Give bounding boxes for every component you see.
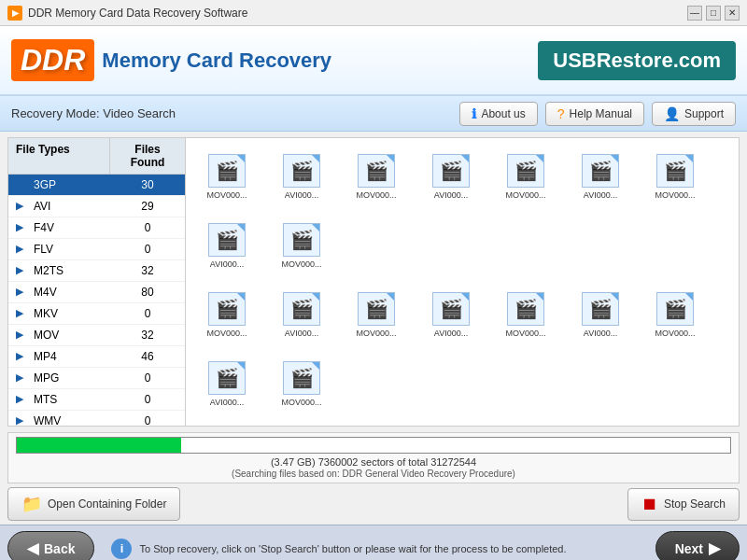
file-type-name: WMV [34,414,61,426]
about-us-label: About us [481,107,525,120]
video-file-icon: 🎬 [290,160,314,182]
video-file-icon: 🎬 [290,367,314,389]
file-item[interactable]: 🎬 AVI000... [564,419,637,426]
info-icon: ℹ [472,106,476,121]
file-type-row[interactable]: ▶ MKV 0 [8,303,185,325]
file-type-name: MP4 [34,350,57,363]
logo-text: Memory Card Recovery [102,49,331,73]
file-thumbnail: 🎬 [208,223,246,257]
stop-icon: ⏹ [641,495,658,514]
video-file-icon: 🎬 [290,298,314,320]
file-type-row[interactable]: ▶ M4V 80 [8,282,185,303]
minimize-button[interactable]: — [687,6,702,21]
file-types-header: File Types Files Found [8,138,185,175]
file-thumbnail: 🎬 [582,292,619,326]
file-thumbnail: 🎬 [208,292,246,326]
file-item[interactable]: 🎬 MOV000... [265,350,338,417]
file-item[interactable]: 🎬 MOV000... [489,281,562,348]
file-item[interactable]: 🎬 AVI000... [564,143,637,210]
file-grid-panel[interactable]: 🎬 MOV000... 🎬 AVI000... 🎬 MOV000... 🎬 AV… [186,138,739,426]
brand-url[interactable]: USBRestore.com [538,41,736,80]
file-type-row[interactable]: ▶ FLV 0 [8,239,185,260]
video-file-icon: 🎬 [216,367,239,389]
file-item[interactable]: 🎬 AVI000... [415,419,487,426]
file-type-icon: ▶ [16,264,29,277]
next-button[interactable]: Next ▶ [655,531,740,560]
help-manual-button[interactable]: ? Help Manual [545,102,644,126]
col2-header: Files Found [110,138,185,174]
file-type-count: 0 [110,217,185,238]
file-label: MOV000... [193,329,261,338]
file-type-count: 0 [110,389,185,410]
recovery-bar: Recovery Mode: Video Search ℹ About us ?… [0,96,747,132]
file-type-name: 3GP [34,178,56,191]
file-item[interactable]: 🎬 AVI000... [265,419,338,426]
file-item[interactable]: 🎬 MOV000... [639,419,712,426]
file-item[interactable]: 🎬 MOV000... [340,281,413,348]
stop-search-button[interactable]: ⏹ Stop Search [627,488,740,521]
file-type-name: M2TS [34,264,63,277]
file-item[interactable]: 🎬 MOV000... [265,212,338,279]
file-type-icon: ▶ [16,200,29,213]
close-button[interactable]: ✕ [725,6,740,21]
back-button[interactable]: ◀ Back [7,531,94,560]
support-icon: 👤 [664,106,680,121]
file-item[interactable]: 🎬 AVI000... [265,143,338,210]
file-type-icon: ▶ [16,307,29,320]
file-type-row[interactable]: ▶ 3GP 30 [8,175,185,196]
file-type-row[interactable]: ▶ MOV 32 [8,325,185,346]
file-type-count: 0 [110,368,185,388]
file-item[interactable]: 🎬 MOV000... [190,281,263,348]
file-label: MOV000... [492,329,559,338]
file-type-row[interactable]: ▶ MTS 0 [8,389,185,411]
file-item[interactable]: 🎬 AVI000... [190,212,263,279]
file-thumbnail: 🎬 [507,292,544,326]
file-thumbnail: 🎬 [656,292,694,326]
file-type-name: MPG [34,371,59,385]
file-item[interactable]: 🎬 MOV000... [340,143,413,210]
file-thumbnail: 🎬 [283,361,320,395]
support-button[interactable]: 👤 Support [652,102,736,126]
file-item[interactable]: 🎬 AVI000... [415,143,487,210]
file-item[interactable]: 🎬 MOV000... [489,419,562,426]
support-label: Support [684,107,724,120]
file-label: MOV000... [193,190,261,200]
file-item[interactable]: 🎬 MOV000... [489,143,562,210]
file-item[interactable]: 🎬 MOV000... [639,281,712,348]
about-us-button[interactable]: ℹ About us [459,102,537,126]
file-type-row[interactable]: ▶ M2TS 32 [8,260,185,282]
file-thumbnail: 🎬 [507,154,544,188]
file-type-icon: ▶ [16,243,29,256]
file-thumbnail: 🎬 [208,154,246,188]
nav-bar: ◀ Back i To Stop recovery, click on 'Sto… [0,525,747,560]
file-type-icon: ▶ [16,393,29,406]
titlebar-left: ▶ DDR Memory Card Data Recovery Software [7,6,247,21]
grid-row: 🎬 MOV000... 🎬 AVI000... 🎬 MOV000... 🎬 AV… [190,280,735,418]
file-type-row[interactable]: ▶ AVI 29 [8,196,185,217]
file-item[interactable]: 🎬 AVI000... [265,281,338,348]
logo-ddr: DDR [11,39,94,81]
file-type-row[interactable]: ▶ MPG 0 [8,368,185,389]
file-type-row[interactable]: ▶ F4V 0 [8,217,185,239]
file-type-icon: ▶ [16,329,29,342]
file-label: AVI000... [417,329,485,338]
file-type-row[interactable]: ▶ MP4 46 [8,346,185,368]
file-type-row[interactable]: ▶ WMV 0 [8,411,185,426]
file-label: AVI000... [268,190,335,200]
maximize-button[interactable]: □ [706,6,721,21]
file-item[interactable]: 🎬 AVI000... [415,281,487,348]
file-type-name: AVI [34,200,50,213]
file-type-icon: ▶ [16,286,29,299]
video-file-icon: 🎬 [589,298,613,320]
file-item[interactable]: 🎬 AVI000... [190,350,263,417]
file-type-name: MOV [34,329,59,342]
file-item[interactable]: 🎬 MP4000... [190,419,263,426]
file-item[interactable]: 🎬 AVI000... [564,281,637,348]
video-file-icon: 🎬 [440,298,463,320]
file-item[interactable]: 🎬 MOV000... [190,143,263,210]
progress-area: (3.47 GB) 7360002 sectors of total 31272… [7,432,740,483]
file-item[interactable]: 🎬 MOV000... [340,419,413,426]
file-item[interactable]: 🎬 MOV000... [639,143,712,210]
open-folder-button[interactable]: 📁 Open Containing Folder [7,487,180,521]
open-folder-label: Open Containing Folder [48,497,166,511]
